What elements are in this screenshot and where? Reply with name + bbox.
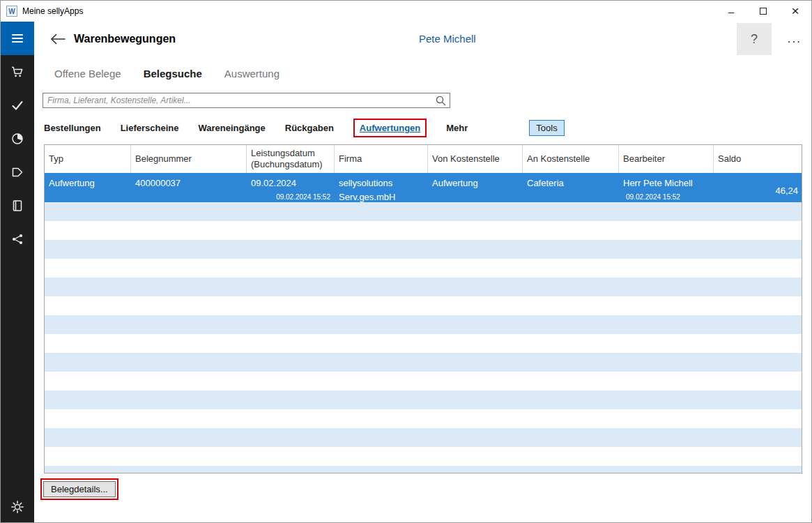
- sidebar-item-settings[interactable]: [1, 490, 34, 523]
- more-button[interactable]: ...: [788, 22, 802, 56]
- filter-bestellungen[interactable]: Bestellungen: [44, 123, 101, 133]
- content-area: Warenbewegungen Pete Michell ? ... Offen…: [34, 22, 811, 523]
- sidebar: [1, 22, 34, 523]
- annotation-box-aufwertungen: Aufwertungen: [353, 119, 427, 137]
- app-window: W Meine sellyApps – ×: [0, 0, 812, 523]
- footer-row: Belegdetails...: [40, 478, 811, 500]
- column-header-von-kostenstelle[interactable]: Von Kostenstelle: [428, 145, 523, 173]
- maximize-icon: [760, 8, 767, 15]
- help-button[interactable]: ?: [737, 23, 772, 55]
- book-icon: [10, 199, 24, 213]
- column-header-typ[interactable]: Typ: [45, 145, 131, 173]
- sidebar-item-auswertung[interactable]: [1, 122, 34, 156]
- filter-wareneingaenge[interactable]: Wareneingänge: [198, 123, 265, 133]
- close-button[interactable]: ×: [779, 1, 811, 22]
- tab-auswertung[interactable]: Auswertung: [224, 68, 279, 79]
- back-arrow-icon: [49, 33, 66, 45]
- minimize-button[interactable]: –: [715, 1, 747, 22]
- bearbeiter-value: Herr Pete Michell: [623, 176, 710, 190]
- bearbeiter-datum-value: 09.02.2024 15:52: [623, 193, 710, 202]
- page-header: Warenbewegungen Pete Michell ? ...: [34, 22, 811, 56]
- filter-row: Bestellungen Lieferscheine Wareneingänge…: [44, 118, 811, 137]
- user-name[interactable]: Pete Michell: [419, 22, 476, 56]
- sidebar-item-belege[interactable]: [1, 89, 34, 122]
- search-bar: [43, 93, 450, 108]
- app-logo-icon: W: [6, 6, 17, 17]
- filter-aufwertungen[interactable]: Aufwertungen: [360, 123, 420, 133]
- belegdetails-button[interactable]: Belegdetails...: [43, 481, 116, 497]
- view-tabs: Offene Belege Belegsuche Auswertung: [54, 65, 811, 82]
- cell-leistungsdatum: 09.02.2024 09.02.2024 15:52: [247, 173, 335, 202]
- tag-icon: [10, 165, 24, 179]
- annotation-box-belegdetails: Belegdetails...: [40, 478, 118, 500]
- filter-mehr[interactable]: Mehr: [446, 123, 468, 133]
- cart-icon: [10, 65, 24, 79]
- tools-button[interactable]: Tools: [529, 120, 564, 136]
- gear-icon: [10, 500, 24, 514]
- cell-an-kostenstelle: Cafeteria: [523, 173, 619, 202]
- tab-offene-belege[interactable]: Offene Belege: [54, 68, 121, 79]
- filter-rueckgaben[interactable]: Rückgaben: [285, 123, 334, 133]
- filter-lieferscheine[interactable]: Lieferscheine: [121, 123, 179, 133]
- cell-firma: sellysolutions Serv.ges.mbH: [335, 173, 428, 202]
- table-row[interactable]: Aufwertung 400000037 09.02.2024 09.02.20…: [45, 173, 802, 202]
- window-title: Meine sellyApps: [22, 6, 83, 16]
- results-table: Typ Belegnummer Leistungsdatum (Buchungs…: [44, 144, 802, 473]
- maximize-button[interactable]: [747, 1, 779, 22]
- titlebar: W Meine sellyApps – ×: [1, 1, 811, 22]
- search-icon[interactable]: [435, 95, 447, 107]
- sidebar-item-shop[interactable]: [1, 55, 34, 89]
- buchungsdatum-value: 09.02.2024 15:52: [251, 193, 330, 202]
- ellipsis-icon: ...: [788, 32, 802, 45]
- saldo-value: 46,24: [775, 184, 798, 198]
- menu-button[interactable]: [1, 22, 34, 55]
- leistungsdatum-value: 09.02.2024: [251, 176, 330, 190]
- cell-belegnummer: 400000037: [131, 173, 247, 202]
- column-header-saldo[interactable]: Saldo: [714, 145, 802, 173]
- column-header-firma[interactable]: Firma: [335, 145, 428, 173]
- search-input[interactable]: [43, 93, 450, 108]
- table-header-row: Typ Belegnummer Leistungsdatum (Buchungs…: [45, 145, 802, 173]
- column-header-belegnummer[interactable]: Belegnummer: [131, 145, 247, 173]
- column-header-bearbeiter[interactable]: Bearbeiter: [619, 145, 714, 173]
- table-empty-rows: [45, 202, 802, 473]
- sidebar-item-journal[interactable]: [1, 189, 34, 222]
- back-button[interactable]: [48, 31, 68, 47]
- sidebar-item-share[interactable]: [1, 222, 34, 256]
- help-icon: ?: [751, 32, 758, 47]
- cell-typ: Aufwertung: [45, 173, 131, 202]
- column-header-leistungsdatum[interactable]: Leistungsdatum (Buchungsdatum): [247, 145, 335, 173]
- share-icon: [10, 232, 24, 246]
- pie-chart-icon: [10, 132, 24, 146]
- cell-bearbeiter: Herr Pete Michell 09.02.2024 15:52: [619, 173, 714, 202]
- tab-belegsuche[interactable]: Belegsuche: [144, 68, 202, 79]
- cell-von-kostenstelle: Aufwertung: [428, 173, 523, 202]
- hamburger-icon: [10, 31, 24, 45]
- page-title: Warenbewegungen: [74, 22, 176, 56]
- window-controls: – ×: [715, 1, 811, 22]
- sidebar-item-artikel[interactable]: [1, 156, 34, 189]
- cell-saldo: 46,24: [714, 173, 802, 202]
- checkmark-icon: [10, 98, 24, 112]
- column-header-an-kostenstelle[interactable]: An Kostenstelle: [523, 145, 619, 173]
